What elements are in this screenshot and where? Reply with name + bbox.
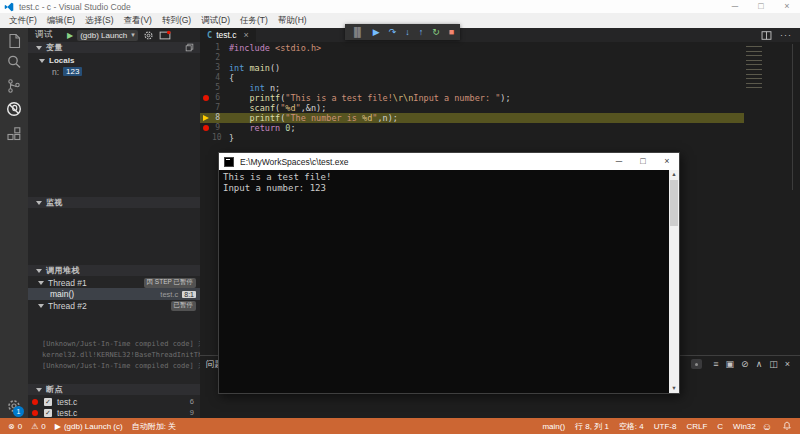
tab-close-icon[interactable]: × [243,30,248,40]
feedback-smiley-icon[interactable]: ☺ [762,421,772,432]
maximize-button[interactable]: □ [748,0,774,13]
console-title-bar[interactable]: E:\MyWorkSpaces\c\test.exe ─ □ × [219,153,679,170]
start-debug-icon[interactable]: ▶ [67,31,73,40]
scrollbar-thumb[interactable] [670,180,678,226]
gutter[interactable] [200,73,212,83]
auto-attach-status[interactable]: 自动附加: 关 [132,421,176,432]
scroll-down-icon[interactable]: ▼ [669,384,679,393]
encoding-status[interactable]: UTF-8 [654,422,677,431]
restart-button[interactable]: ↻ [432,24,440,40]
console-maximize-button[interactable]: □ [631,153,655,170]
explorer-icon[interactable] [6,33,22,49]
stop-button[interactable]: ■ [449,24,454,40]
extensions-icon[interactable] [6,126,22,142]
gutter[interactable] [200,63,212,73]
output-list-icon[interactable]: ≡ [713,358,718,370]
split-panel-icon[interactable]: ◫ [769,358,778,370]
clear-output-icon[interactable]: ⊘ [741,358,749,370]
breakpoint-dot-icon[interactable] [200,123,212,133]
lock-scroll-icon[interactable]: ▣ [726,358,735,370]
gutter[interactable] [200,103,212,113]
breakpoints-section-header[interactable]: 断点 [28,384,200,395]
stack-frame[interactable]: [Unknown/Just-In-Time compiled code] 未 [28,361,200,372]
console-scrollbar[interactable]: ▲ ▼ [669,170,679,393]
code-line[interactable]: 1#include <stdio.h> [200,43,800,53]
code-line[interactable]: 9 return 0; [200,123,800,133]
menu-item[interactable]: 查看(V) [119,13,157,28]
configure-gear-icon[interactable] [143,30,154,41]
indentation-status[interactable]: 空格: 4 [619,421,644,432]
continue-button[interactable]: ▶ [373,24,380,40]
minimap[interactable] [744,44,766,94]
step-over-button[interactable]: ↷ [389,24,397,40]
panel-filter-button[interactable] [691,359,702,369]
variables-section-header[interactable]: 变量 [28,42,200,53]
code-line[interactable]: 3int main() [200,63,800,73]
close-button[interactable]: × [774,0,800,13]
pause-button[interactable]: ▐▌ [351,24,364,40]
source-control-icon[interactable] [6,78,22,94]
menu-item[interactable]: 任务(T) [235,13,273,28]
code-line[interactable]: 6 printf("This is a test file!\r\nInput … [200,93,800,103]
minimize-button[interactable]: ─ [722,0,748,13]
code-line[interactable]: 10} [200,133,800,143]
code-line[interactable]: 7 scanf("%d",&n); [200,103,800,113]
step-out-button[interactable]: ↑ [419,24,424,40]
watch-section-header[interactable]: 监视 [28,197,200,208]
language-mode-status[interactable]: C [717,422,723,431]
stack-frame[interactable]: [Unknown/Just-In-Time compiled code] 未 [28,339,200,350]
step-into-button[interactable]: ↓ [405,24,410,40]
debug-launch-status[interactable]: ▶(gdb) Launch (c) [55,422,123,431]
tab-test-c[interactable]: C test.c × [200,28,256,42]
platform-status[interactable]: Win32 [733,422,756,431]
code-line[interactable]: 4{ [200,73,800,83]
variable-row[interactable]: n: 123 [28,66,200,77]
console-minimize-button[interactable]: ─ [607,153,631,170]
breakpoint-checkbox[interactable]: ✓ [44,409,52,417]
gutter[interactable] [200,43,212,53]
stack-frame[interactable]: kernel32.dll!KERNEL32!BaseThreadInitThun… [28,350,200,361]
menu-item[interactable]: 文件(F) [4,13,42,28]
menu-item[interactable]: 帮助(H) [273,13,312,28]
collapse-all-icon[interactable] [185,43,194,52]
current-line-arrow[interactable] [200,113,212,123]
breakpoint-item[interactable]: ✓test.c6 [28,396,200,407]
gutter[interactable] [200,133,212,143]
cursor-position-status[interactable]: 行 8, 列 1 [575,421,609,432]
code-line[interactable]: 8 printf("The number is %d",n); [200,113,800,123]
code-line[interactable]: 5 int n; [200,83,800,93]
console-close-button[interactable]: × [655,153,679,170]
editor-scrollbar[interactable] [792,44,793,190]
gutter[interactable] [200,53,212,63]
frame-file: test.c [160,290,178,299]
maximize-panel-icon[interactable]: ∧ [756,358,763,370]
split-editor-icon[interactable] [761,30,772,41]
more-actions-icon[interactable]: ··· [780,30,792,40]
search-icon[interactable] [6,54,22,70]
current-function-status[interactable]: main() [542,422,565,431]
thread-row[interactable]: Thread #2 已暂停 [28,300,200,311]
gutter[interactable] [200,83,212,93]
errors-status[interactable]: ⊗0 [8,422,22,431]
debug-console-toggle-icon[interactable] [159,30,171,41]
call-stack-section-header[interactable]: 调用堆栈 [28,265,200,276]
eol-status[interactable]: CRLF [686,422,707,431]
thread-row[interactable]: Thread #1 因 STEP 已暂停 [28,277,200,288]
notifications-bell-icon[interactable] [782,421,792,431]
close-panel-icon[interactable]: × [785,358,790,370]
debug-icon[interactable] [6,101,22,117]
breakpoint-checkbox[interactable]: ✓ [44,398,52,406]
scroll-up-icon[interactable]: ▲ [669,170,679,179]
console-window[interactable]: E:\MyWorkSpaces\c\test.exe ─ □ × This is… [218,152,680,394]
breakpoint-dot-icon[interactable] [200,93,212,103]
warnings-status[interactable]: ⚠0 [31,422,46,431]
menu-item[interactable]: 调试(D) [196,13,235,28]
launch-config-dropdown[interactable]: (gdb) Launch ▾ [77,30,138,41]
stack-frame-selected[interactable]: main() test.c 8:1 [28,288,200,300]
code-line[interactable]: 2 [200,53,800,63]
menu-item[interactable]: 编辑(E) [42,13,80,28]
menu-item[interactable]: 选择(S) [80,13,118,28]
locals-scope-row[interactable]: Locals [28,55,200,66]
breakpoint-item[interactable]: ✓test.c9 [28,407,200,418]
menu-item[interactable]: 转到(G) [157,13,196,28]
